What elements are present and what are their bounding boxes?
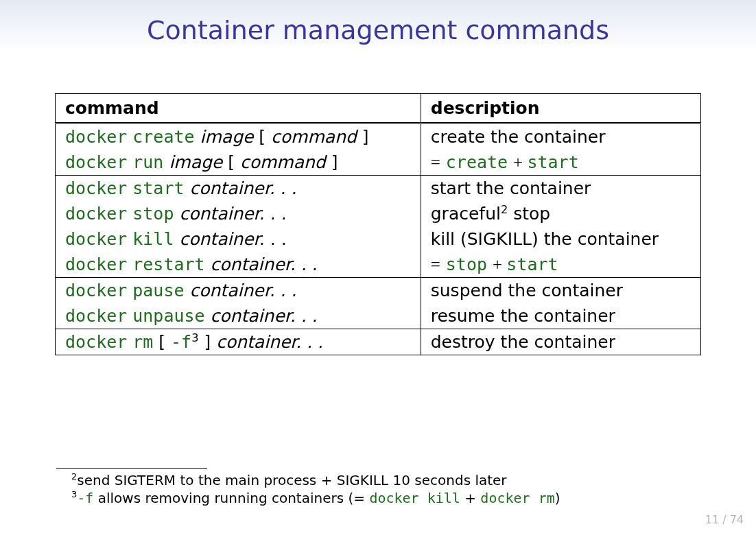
table-row: docker run image [ command ] = create + … <box>56 150 701 176</box>
cell-command: docker pause container. . . <box>56 278 421 304</box>
content-area: command description docker create image … <box>55 93 701 355</box>
bracket-open: [ <box>259 127 271 147</box>
commands-table: command description docker create image … <box>55 93 701 355</box>
arg-command: command <box>271 127 357 147</box>
code-start: start <box>527 152 578 172</box>
code-subcmd: run <box>132 152 163 172</box>
cell-command: docker unpause container. . . <box>56 303 421 329</box>
code-subcmd: kill <box>132 229 174 249</box>
code-subcmd: rm <box>132 332 153 352</box>
code-start: start <box>506 254 558 274</box>
code-docker: docker <box>65 178 127 198</box>
cell-command: docker restart container. . . <box>56 252 421 278</box>
cell-description: suspend the container <box>421 278 700 304</box>
code-subcmd: create <box>132 127 194 147</box>
arg-container: container. . . <box>189 281 296 300</box>
arg-container: container. . . <box>179 229 286 249</box>
table-row: docker start container. . . start the co… <box>56 176 701 202</box>
code-docker: docker <box>65 127 127 147</box>
cell-command: docker create image [ command ] <box>56 123 421 150</box>
desc-tail: stop <box>508 204 550 224</box>
slide-title: Container management commands <box>0 0 756 45</box>
cell-description: = stop + start <box>421 252 700 278</box>
code-docker: docker <box>65 204 127 224</box>
code-docker: docker <box>65 332 127 352</box>
eq-sign: = <box>431 255 440 274</box>
header-description: description <box>421 94 700 123</box>
arg-image: image <box>200 127 254 147</box>
bracket-close: ] <box>326 152 338 172</box>
cell-command: docker kill container. . . <box>56 226 421 252</box>
desc-graceful: graceful <box>431 204 501 224</box>
arg-container: container. . . <box>211 306 318 326</box>
code-subcmd: unpause <box>132 306 204 326</box>
code-subcmd: pause <box>132 281 184 300</box>
table-row: docker unpause container. . . resume the… <box>56 303 701 329</box>
footnote-3-end: ) <box>555 490 560 506</box>
footnote-2-text: send SIGTERM to the main process + SIGKI… <box>77 472 506 488</box>
arg-image: image <box>169 152 222 172</box>
footnotes: 2send SIGTERM to the main process + SIGK… <box>56 468 700 507</box>
cell-description: destroy the container <box>421 329 700 355</box>
arg-container: container. . . <box>179 204 286 224</box>
arg-container: container. . . <box>211 254 318 274</box>
cell-description: kill (SIGKILL) the container <box>421 226 700 252</box>
flag-f: -f <box>171 332 191 352</box>
cell-command: docker stop container. . . <box>56 201 421 226</box>
footnote-3-plus: + <box>460 490 480 506</box>
bracket-close: ] <box>199 332 211 352</box>
cell-command: docker run image [ command ] <box>56 150 421 176</box>
code-create: create <box>446 152 508 172</box>
arg-container: container. . . <box>189 178 296 198</box>
table-row: docker restart container. . . = stop + s… <box>56 252 701 278</box>
cell-description: = create + start <box>421 150 700 176</box>
cell-description: start the container <box>421 176 700 202</box>
plus-sign: + <box>513 153 527 171</box>
code-docker: docker <box>65 281 127 300</box>
code-subcmd: start <box>132 178 184 198</box>
table-header-row: command description <box>56 94 701 123</box>
header-command: command <box>56 94 421 123</box>
footnote-3-code-a: docker kill <box>369 490 460 506</box>
cell-description: resume the container <box>421 303 700 329</box>
footnote-ref-3: 3 <box>191 331 198 344</box>
footnote-3-flag: -f <box>77 490 93 506</box>
table-row: docker create image [ command ] create t… <box>56 123 701 150</box>
footnote-3: 3-f allows removing running containers (… <box>71 489 700 507</box>
page-number: 11 / 74 <box>705 513 744 526</box>
code-subcmd: restart <box>132 254 204 274</box>
arg-command: command <box>240 152 326 172</box>
code-stop: stop <box>446 254 487 274</box>
code-docker: docker <box>65 254 127 274</box>
bracket-close: ] <box>357 127 369 147</box>
footnote-3-mid: allows removing running containers (= <box>93 490 369 506</box>
cell-command: docker rm [ -f3 ] container. . . <box>56 329 421 355</box>
table-row: docker stop container. . . graceful2 sto… <box>56 201 701 226</box>
table-row: docker kill container. . . kill (SIGKILL… <box>56 226 701 252</box>
desc-text: create the container <box>431 127 606 147</box>
footnote-2: 2send SIGTERM to the main process + SIGK… <box>71 471 700 489</box>
cell-command: docker start container. . . <box>56 176 421 202</box>
footnote-3-code-b: docker rm <box>480 490 554 506</box>
code-docker: docker <box>65 229 127 249</box>
plus-sign: + <box>493 255 506 274</box>
table-row: docker rm [ -f3 ] container. . . destroy… <box>56 329 701 355</box>
code-docker: docker <box>65 306 127 326</box>
code-docker: docker <box>65 152 127 172</box>
footnote-rule <box>56 468 207 469</box>
bracket-open: [ <box>158 332 171 352</box>
arg-container: container. . . <box>216 332 323 352</box>
eq-sign: = <box>431 153 440 171</box>
cell-description: graceful2 stop <box>421 201 700 226</box>
bracket-open: [ <box>228 152 240 172</box>
footnote-ref-2: 2 <box>501 203 508 216</box>
table-row: docker pause container. . . suspend the … <box>56 278 701 304</box>
cell-description: create the container <box>421 123 700 150</box>
code-subcmd: stop <box>132 204 174 224</box>
